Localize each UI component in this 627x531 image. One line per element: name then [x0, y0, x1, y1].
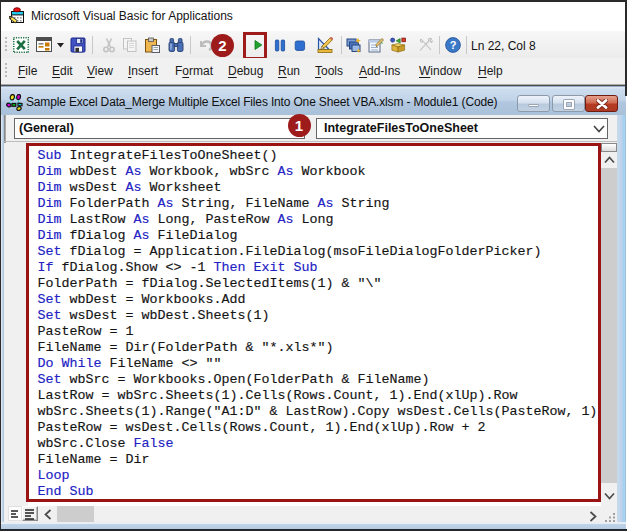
- svg-text:?: ?: [450, 39, 457, 51]
